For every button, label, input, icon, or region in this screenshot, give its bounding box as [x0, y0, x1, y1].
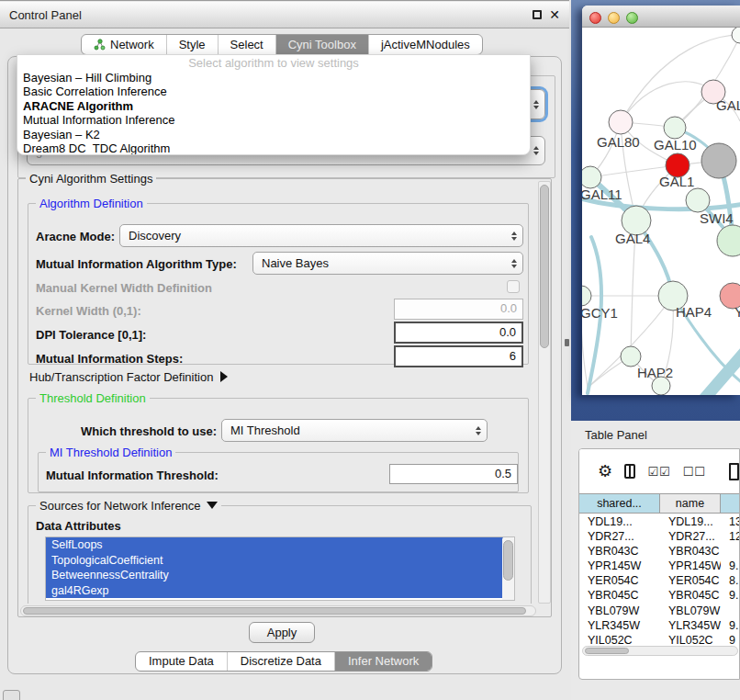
column-header-name[interactable]: name — [660, 494, 721, 513]
apply-button[interactable]: Apply — [249, 622, 315, 643]
manual-kernel-checkbox[interactable] — [507, 280, 520, 293]
node-label: HAP2 — [637, 365, 673, 380]
popup-item[interactable]: Dream8 DC_TDC Algorithm — [17, 141, 530, 155]
aracne-mode-combo[interactable]: Discovery — [119, 224, 523, 247]
minimize-traffic-light[interactable] — [608, 12, 620, 24]
collapse-down-icon — [207, 502, 218, 509]
close-traffic-light[interactable] — [589, 12, 601, 24]
tab-network[interactable]: Network — [82, 35, 166, 54]
popup-item[interactable]: Bayesian – K2 — [17, 128, 530, 141]
algorithm-definition-title: Algorithm Definition — [36, 197, 147, 210]
cell: 8. — [721, 573, 740, 588]
network-canvas[interactable]: GAL GAL80 GAL10 GAL1 GAL11 GAL4 SWI4 GCY… — [582, 28, 740, 395]
list-item[interactable]: BetweennessCentrality — [46, 568, 503, 583]
combo-arrows-icon — [506, 231, 517, 241]
node-hap2[interactable] — [621, 346, 641, 367]
cell: YDR27... — [579, 529, 660, 544]
popup-item[interactable]: Bayesian – Hill Climbing — [17, 71, 530, 85]
tab-infer-network[interactable]: Infer Network — [334, 652, 432, 671]
table-panel: Table Panel ⚙ ☑☑ ☐☐ shared... name A YDL… — [571, 421, 740, 700]
mi-steps-input[interactable]: 6 — [394, 345, 523, 367]
cell: YER054C — [660, 573, 721, 588]
list-item[interactable]: SelfLoops — [46, 537, 503, 553]
expand-right-icon — [220, 371, 228, 382]
columns-icon[interactable] — [624, 464, 635, 479]
node-gcy1[interactable] — [582, 286, 591, 306]
document-icon[interactable] — [729, 463, 739, 480]
cell: 9. — [721, 618, 740, 633]
tab-select[interactable]: Select — [218, 35, 275, 54]
which-threshold-combo[interactable]: MI Threshold — [221, 419, 488, 442]
node-label: GAL1 — [659, 174, 694, 189]
cell: YBR045C — [660, 588, 721, 603]
table-row[interactable]: YDR27...YDR27...12 — [579, 529, 740, 544]
node-swi4[interactable] — [686, 188, 710, 212]
network-window-titlebar[interactable] — [582, 6, 740, 28]
algorithm-definition-group: Algorithm Definition Aracne Mode: Discov… — [28, 203, 529, 365]
checked-boxes-icon[interactable]: ☑☑ — [647, 465, 670, 479]
table-row[interactable]: YBL079WYBL079W — [579, 604, 740, 618]
cell: YDR27... — [660, 529, 721, 544]
unchecked-boxes-icon[interactable]: ☐☐ — [683, 465, 706, 479]
node-label: GAL80 — [597, 134, 640, 150]
threshold-definition-group: Threshold Definition Which threshold to … — [28, 398, 529, 493]
node-label: GAL10 — [654, 137, 697, 152]
cell: YBL079W — [660, 604, 721, 618]
table-horizontal-scrollbar[interactable] — [582, 646, 738, 656]
table-row[interactable]: YDL19...YDL19...13 — [579, 514, 740, 529]
column-header-shared-name[interactable]: shared... — [579, 494, 660, 513]
mi-type-combo[interactable]: Naive Bayes — [252, 252, 523, 275]
popup-placeholder: Select algorithm to view settings — [17, 55, 530, 71]
kernel-width-input[interactable]: 0.0 — [394, 299, 523, 320]
settings-vertical-scrollbar[interactable] — [538, 181, 551, 604]
data-attributes-label: Data Attributes — [36, 519, 121, 533]
tab-discretize-data[interactable]: Discretize Data — [227, 652, 334, 671]
table-row[interactable]: YBR043CYBR043C — [579, 544, 740, 559]
dpi-tolerance-label: DPI Tolerance [0,1]: — [36, 328, 146, 342]
cell — [721, 544, 740, 559]
aracne-mode-value: Discovery — [129, 229, 181, 243]
network-icon — [94, 39, 106, 51]
minimized-panel-chip[interactable] — [3, 690, 20, 700]
tab-impute-data[interactable]: Impute Data — [136, 652, 227, 671]
table-header: shared... name A — [579, 493, 740, 514]
settings-horizontal-scrollbar[interactable] — [20, 605, 536, 616]
maximize-traffic-light[interactable] — [626, 12, 638, 24]
table-row[interactable]: YLR345WYLR345W9. — [579, 618, 740, 633]
table-row[interactable]: YBR045CYBR045C9. — [579, 588, 740, 603]
mi-threshold-input[interactable]: 0.5 — [389, 464, 518, 484]
node-gray[interactable] — [701, 143, 736, 178]
column-header-clipped[interactable]: A — [721, 494, 740, 513]
float-window-icon[interactable] — [533, 10, 542, 19]
table-row[interactable]: YER054CYER054C8. — [579, 573, 740, 588]
node-gal10[interactable] — [664, 117, 686, 139]
node-label: GAL11 — [582, 186, 622, 202]
tab-cyni-toolbox[interactable]: Cyni Toolbox — [275, 35, 368, 54]
node-gal80[interactable] — [609, 110, 633, 134]
list-item[interactable]: gal4RGexp — [46, 583, 503, 599]
mi-threshold-label: Mutual Information Threshold: — [46, 469, 219, 482]
hub-definition-toggle[interactable]: Hub/Transcription Factor Definition — [29, 370, 228, 384]
cell: 12 — [721, 529, 740, 544]
aracne-mode-label: Aracne Mode: — [36, 230, 115, 243]
sources-title[interactable]: Sources for Network Inference — [36, 499, 221, 513]
gear-icon[interactable]: ⚙ — [598, 463, 612, 480]
close-icon[interactable]: ✕ — [549, 10, 560, 19]
node-partial-top-right[interactable] — [732, 28, 740, 43]
popup-item-selected[interactable]: ARACNE Algorithm — [17, 99, 530, 113]
table-row[interactable]: YPR145WYPR145W9. — [579, 559, 740, 573]
list-item[interactable]: TopologicalCoefficient — [46, 553, 503, 569]
node-gal11[interactable] — [582, 166, 601, 188]
tab-label: Style — [179, 38, 206, 51]
popup-item[interactable]: Mutual Information Inference — [17, 113, 530, 127]
tab-jactivemnodules[interactable]: jActiveMNodules — [368, 35, 482, 54]
kernel-width-label: Kernel Width (0,1): — [36, 304, 141, 318]
popup-item[interactable]: Basic Correlation Inference — [17, 85, 530, 98]
sources-title-text: Sources for Network Inference — [39, 499, 201, 513]
panel-splitter-handle[interactable] — [565, 339, 569, 346]
tab-style[interactable]: Style — [166, 35, 218, 54]
list-vertical-scrollbar[interactable] — [502, 537, 514, 601]
control-panel-window: Control Panel ✕ Network Style Select Cyn — [0, 0, 569, 700]
dpi-tolerance-input[interactable]: 0.0 — [394, 322, 523, 344]
node-green-right[interactable] — [717, 225, 740, 256]
